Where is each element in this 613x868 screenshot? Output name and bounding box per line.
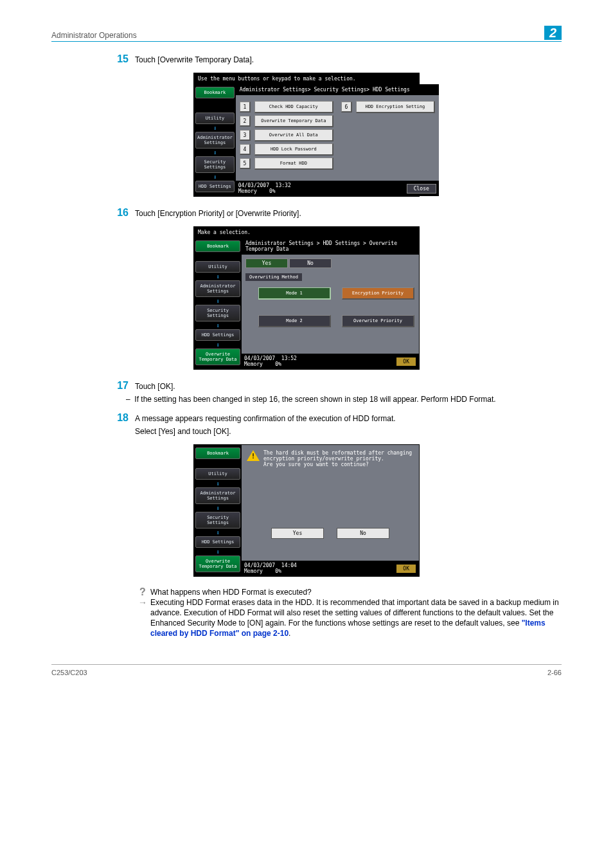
qa-answer: Executing HDD Format erases data in the … bbox=[150, 597, 562, 638]
no-button[interactable]: No bbox=[337, 528, 389, 539]
chevron-down-icon: ⬇ bbox=[195, 174, 235, 181]
hdd-encryption-setting-button[interactable]: HDD Encryption Setting bbox=[356, 101, 435, 113]
mfp-screen-overwrite-temp-data: Make a selection. Bookmark Utility ⬇ Adm… bbox=[193, 226, 420, 370]
qa-question: What happens when HDD Format is executed… bbox=[150, 587, 562, 597]
confirm-message: The hard disk must be reformatted after … bbox=[263, 450, 414, 467]
nav-hdd-settings[interactable]: HDD Settings bbox=[195, 181, 235, 192]
option-number: 6 bbox=[341, 102, 352, 113]
ok-button[interactable]: OK bbox=[396, 357, 416, 366]
overwrite-temp-data-button[interactable]: Overwrite Temporary Data bbox=[254, 115, 333, 127]
nav-bookmark[interactable]: Bookmark bbox=[195, 448, 240, 459]
step-number: 16 bbox=[103, 207, 135, 221]
nav-security-settings[interactable]: Security Settings bbox=[195, 512, 240, 529]
header-rule bbox=[51, 41, 562, 42]
option-number: 5 bbox=[240, 158, 251, 169]
nav-overwrite-temp-data[interactable]: Overwrite Temporary Data bbox=[195, 556, 240, 572]
yes-button[interactable]: Yes bbox=[245, 258, 288, 268]
step-text: A message appears requesting confirmatio… bbox=[135, 413, 562, 424]
mfp-screen-confirm-format: Bookmark Utility ⬇ Administrator Setting… bbox=[193, 444, 420, 577]
option-number: 3 bbox=[240, 130, 251, 141]
nav-admin-settings[interactable]: Administrator Settings bbox=[195, 280, 240, 297]
question-mark-icon: ? bbox=[135, 587, 150, 597]
option-number: 2 bbox=[240, 116, 251, 127]
close-button[interactable]: Close bbox=[407, 184, 436, 194]
ok-button[interactable]: OK bbox=[396, 564, 416, 574]
footer-page: 2-66 bbox=[547, 669, 562, 676]
chevron-down-icon: ⬇ bbox=[195, 150, 235, 156]
screen-message: Use the menu buttons or keypad to make a… bbox=[194, 73, 419, 84]
check-hdd-capacity-button[interactable]: Check HDD Capacity bbox=[254, 101, 333, 113]
chevron-down-icon: ⬇ bbox=[195, 125, 235, 132]
status-bar: 04/03/2007 14:04 Memory 0% OK bbox=[242, 561, 419, 576]
chevron-down-icon: ⬇ bbox=[195, 481, 240, 487]
hdd-lock-password-button[interactable]: HDD Lock Password bbox=[254, 143, 333, 156]
step-text: Select [Yes] and touch [OK]. bbox=[135, 426, 562, 437]
screen-message: Make a selection. bbox=[194, 227, 419, 238]
chevron-down-icon: ⬇ bbox=[195, 298, 240, 305]
running-head-title: Administrator Operations bbox=[51, 31, 137, 40]
step-text: Touch [OK]. bbox=[135, 381, 562, 392]
nav-bookmark[interactable]: Bookmark bbox=[195, 87, 235, 98]
option-number: 4 bbox=[240, 144, 251, 155]
nav-security-settings[interactable]: Security Settings bbox=[195, 305, 240, 321]
arrow-right-icon: → bbox=[135, 597, 150, 638]
status-bar: 04/03/2007 13:32 Memory 0% Close bbox=[236, 181, 439, 196]
overwrite-all-data-button[interactable]: Overwrite All Data bbox=[254, 129, 333, 141]
option-number: 1 bbox=[240, 102, 251, 113]
chevron-down-icon: ⬇ bbox=[195, 530, 240, 536]
yes-button[interactable]: Yes bbox=[271, 528, 324, 539]
chevron-down-icon: ⬇ bbox=[195, 274, 240, 280]
mode-1-button[interactable]: Mode 1 bbox=[258, 287, 331, 300]
encryption-priority-button[interactable]: Encryption Priority bbox=[342, 287, 414, 300]
chapter-badge: 2 bbox=[544, 26, 562, 40]
nav-utility[interactable]: Utility bbox=[195, 468, 240, 480]
chevron-down-icon: ⬇ bbox=[195, 342, 240, 348]
nav-hdd-settings[interactable]: HDD Settings bbox=[195, 536, 240, 548]
step-text: Touch [Encryption Priority] or [Overwrit… bbox=[135, 208, 562, 219]
nav-admin-settings[interactable]: Administrator Settings bbox=[195, 487, 240, 504]
breadcrumb: Administrator Settings> Security Setting… bbox=[236, 84, 439, 95]
no-button[interactable]: No bbox=[289, 258, 332, 268]
chevron-down-icon: ⬇ bbox=[195, 549, 240, 556]
nav-overwrite-temp-data[interactable]: Overwrite Temporary Data bbox=[195, 348, 240, 365]
nav-utility[interactable]: Utility bbox=[195, 113, 235, 124]
nav-admin-settings[interactable]: Administrator Settings bbox=[195, 132, 235, 149]
overwriting-method-label: Overwriting Method bbox=[245, 273, 302, 281]
nav-hdd-settings[interactable]: HDD Settings bbox=[195, 329, 240, 341]
status-bar: 04/03/2007 13:52 Memory 0% OK bbox=[242, 354, 419, 369]
format-hdd-button[interactable]: Format HDD bbox=[254, 158, 333, 170]
overwrite-priority-button[interactable]: Overwrite Priority bbox=[342, 315, 414, 327]
footer-model: C253/C203 bbox=[51, 669, 87, 676]
nav-utility[interactable]: Utility bbox=[195, 261, 240, 273]
chevron-down-icon: ⬇ bbox=[195, 323, 240, 329]
step-number: 18 bbox=[103, 412, 135, 439]
chevron-down-icon: ⬇ bbox=[195, 505, 240, 512]
step-text: Touch [Overwrite Temporary Data]. bbox=[135, 55, 562, 65]
step-substep: If the setting has been changed in step … bbox=[135, 394, 562, 404]
nav-bookmark[interactable]: Bookmark bbox=[195, 240, 240, 252]
mfp-screen-hdd-settings: Use the menu buttons or keypad to make a… bbox=[193, 73, 420, 197]
step-number: 15 bbox=[103, 53, 135, 68]
breadcrumb: Administrator Settings > HDD Settings > … bbox=[242, 238, 419, 255]
mode-2-button[interactable]: Mode 2 bbox=[258, 315, 331, 327]
warning-icon bbox=[247, 450, 260, 461]
nav-security-settings[interactable]: Security Settings bbox=[195, 156, 235, 173]
